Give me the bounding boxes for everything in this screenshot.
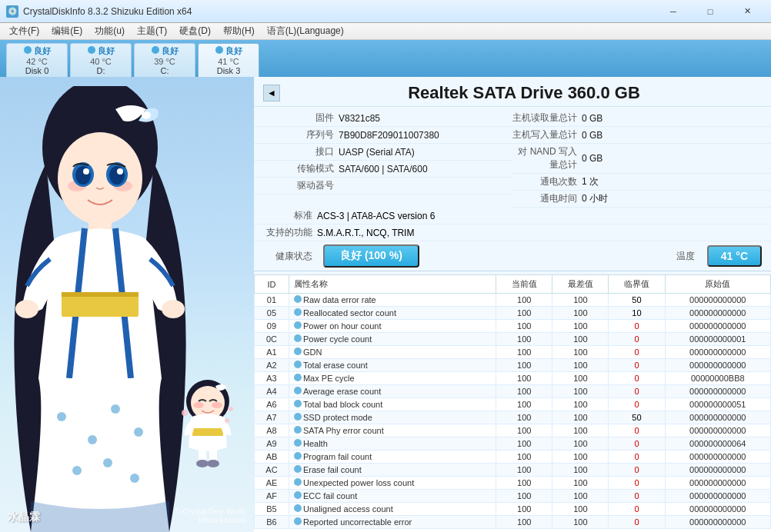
svg-point-10 <box>117 168 123 175</box>
table-row[interactable]: B6 Reported uncorrectable error 100 100 … <box>255 516 771 529</box>
table-row[interactable]: AE Unexpected power loss count 100 100 0… <box>255 477 771 490</box>
cell-id: 01 <box>255 294 289 307</box>
col-raw: 原始值 <box>665 275 770 294</box>
svg-point-35 <box>225 418 229 423</box>
cell-raw: 000000000051 <box>665 398 770 411</box>
table-row[interactable]: 0C Power cycle count 100 100 0 000000000… <box>255 333 771 346</box>
col-threshold: 临界值 <box>609 275 665 294</box>
table-row[interactable]: A1 GDN 100 100 0 000000000000 <box>255 346 771 359</box>
menu-item-h[interactable]: 帮助(H) <box>217 23 261 39</box>
cell-name: Raw data error rate <box>289 294 496 307</box>
table-row[interactable]: 09 Power on hour count 100 100 0 0000000… <box>255 320 771 333</box>
table-row[interactable]: AF ECC fail count 100 100 0 000000000000 <box>255 490 771 503</box>
serial-value: 7B90D8F209011007380 <box>339 130 439 141</box>
table-row[interactable]: AC Erase fail count 100 100 0 0000000000… <box>255 464 771 477</box>
host-write-row: 主机写入量总计 0 GB <box>512 127 771 144</box>
cell-worst: 100 <box>552 411 609 424</box>
cell-raw: 000000000000 <box>665 464 770 477</box>
cell-name: Total erase count <box>289 359 496 372</box>
cell-current: 100 <box>496 464 552 477</box>
temperature-badge[interactable]: 41 °C <box>707 245 762 267</box>
cell-raw: 000000000000 <box>665 411 770 424</box>
cell-worst: 100 <box>552 385 609 398</box>
svg-point-33 <box>182 410 188 416</box>
disk-tab-diskC[interactable]: 良好 39 °C C: <box>134 43 195 77</box>
cell-worst: 100 <box>552 320 609 333</box>
cell-worst: 100 <box>552 333 609 346</box>
svg-point-31 <box>196 460 209 467</box>
power-cycles-value: 1 次 <box>582 175 599 188</box>
table-row[interactable]: A2 Total erase count 100 100 0 000000000… <box>255 359 771 372</box>
cell-current: 100 <box>496 307 552 320</box>
cell-worst: 100 <box>552 359 609 372</box>
row-dot <box>294 387 302 394</box>
drive-title: Realtek SATA Drive 360.0 GB <box>286 83 762 103</box>
cell-id: A3 <box>255 372 289 385</box>
back-button[interactable]: ◄ <box>263 85 280 101</box>
drive-info-left: 固件 V8321c85 序列号 7B90D8F209011007380 接口 U… <box>254 110 512 208</box>
smart-table-container[interactable]: ID 属性名称 当前值 最差值 临界值 原始值 01 Raw data erro… <box>254 274 771 532</box>
table-row[interactable]: 01 Raw data error rate 100 100 50 000000… <box>255 294 771 307</box>
table-row[interactable]: A9 Health 100 100 0 000000000064 <box>255 437 771 451</box>
cell-id: 0C <box>255 333 289 346</box>
cell-id: AE <box>255 477 289 490</box>
health-badge[interactable]: 良好 (100 %) <box>323 244 419 268</box>
cell-name: Unaligned access count <box>289 503 496 516</box>
cell-id: A1 <box>255 346 289 359</box>
cell-threshold: 0 <box>609 346 665 359</box>
svg-point-34 <box>229 407 233 411</box>
menu-item-t[interactable]: 主题(T) <box>131 23 173 39</box>
row-dot <box>294 478 302 486</box>
cell-name: Program fail count <box>289 451 496 464</box>
table-row[interactable]: A6 Total bad block count 100 100 0 00000… <box>255 398 771 411</box>
cell-threshold: 0 <box>609 503 665 516</box>
svg-point-18 <box>111 404 120 414</box>
table-row[interactable]: B5 Unaligned access count 100 100 0 0000… <box>255 503 771 516</box>
host-write-value: 0 GB <box>582 130 602 141</box>
cell-threshold: 10 <box>609 307 665 320</box>
row-dot <box>294 452 302 460</box>
status-dot <box>152 46 159 54</box>
cell-name: Erase fail count <box>289 464 496 477</box>
menu-item-u[interactable]: 功能(u) <box>88 23 131 39</box>
cell-threshold: 0 <box>609 437 665 451</box>
menu-item-llanguage[interactable]: 语言(L)(Language) <box>261 23 350 39</box>
menu-item-d[interactable]: 硬盘(D) <box>173 23 217 39</box>
table-row[interactable]: AB Program fail count 100 100 0 00000000… <box>255 451 771 464</box>
menu-item-f[interactable]: 文件(F) <box>3 23 45 39</box>
cell-worst: 100 <box>552 477 609 490</box>
minimize-button[interactable]: ─ <box>656 2 691 22</box>
cell-id: 05 <box>255 307 289 320</box>
disk-tab-disk3[interactable]: 良好 41 °C Disk 3 <box>198 43 259 77</box>
table-row[interactable]: 05 Reallocated sector count 100 100 10 0… <box>255 307 771 320</box>
cell-raw: 000000000000 <box>665 320 770 333</box>
svg-point-24 <box>218 385 224 390</box>
cell-current: 100 <box>496 516 552 529</box>
close-button[interactable]: ✕ <box>729 2 765 22</box>
table-row[interactable]: A8 SATA Phy error count 100 100 0 000000… <box>255 424 771 437</box>
cell-raw: 000000000000 <box>665 477 770 490</box>
disk-tab-disk0[interactable]: 良好 42 °C Disk 0 <box>6 43 68 77</box>
table-row[interactable]: A7 SSD protect mode 100 100 50 000000000… <box>255 411 771 424</box>
status-dot <box>215 46 223 54</box>
maximize-button[interactable]: □ <box>693 2 728 22</box>
col-name: 属性名称 <box>289 275 496 294</box>
menu-item-e[interactable]: 编辑(E) <box>45 23 88 39</box>
cell-id: 09 <box>255 320 289 333</box>
firmware-value: V8321c85 <box>339 113 380 124</box>
svg-point-32 <box>207 460 219 467</box>
main-content: 水晶霖 © Crystal Dew World kirino kasumu ◄ … <box>0 77 771 532</box>
table-row[interactable]: A4 Average erase count 100 100 0 0000000… <box>255 385 771 398</box>
watermark-text: 水晶霖 <box>8 510 40 524</box>
power-hours-row: 通电时间 0 小时 <box>512 191 771 208</box>
cell-raw: 000000000000 <box>665 294 770 307</box>
cell-raw: 000000000001 <box>665 333 770 346</box>
disk-tab-diskD[interactable]: 良好 40 °C D: <box>70 43 132 77</box>
cell-threshold: 0 <box>609 451 665 464</box>
row-dot <box>294 361 302 368</box>
svg-point-27 <box>212 402 222 408</box>
cell-id: A7 <box>255 411 289 424</box>
cell-name: Reallocated sector count <box>289 307 496 320</box>
table-row[interactable]: A3 Max PE cycle 100 100 0 00000000BB8 <box>255 372 771 385</box>
smart-table: ID 属性名称 当前值 最差值 临界值 原始值 01 Raw data erro… <box>254 274 771 529</box>
